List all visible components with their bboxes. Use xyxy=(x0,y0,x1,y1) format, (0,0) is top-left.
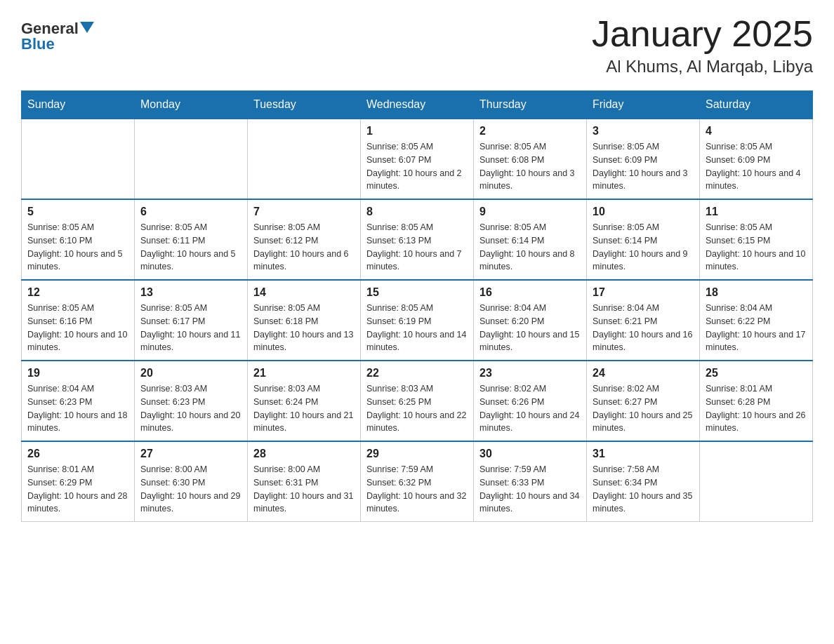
week-row-2: 5Sunrise: 8:05 AMSunset: 6:10 PMDaylight… xyxy=(22,199,813,280)
calendar-cell: 29Sunrise: 7:59 AMSunset: 6:32 PMDayligh… xyxy=(361,441,474,522)
sun-info: Sunrise: 8:05 AMSunset: 6:11 PMDaylight:… xyxy=(140,221,241,274)
day-number: 17 xyxy=(593,286,694,299)
week-row-1: 1Sunrise: 8:05 AMSunset: 6:07 PMDaylight… xyxy=(22,119,813,199)
sun-info: Sunrise: 8:05 AMSunset: 6:14 PMDaylight:… xyxy=(593,221,694,274)
calendar-cell xyxy=(22,119,135,199)
header-cell-sunday: Sunday xyxy=(22,91,135,119)
day-number: 27 xyxy=(140,448,241,460)
header-cell-monday: Monday xyxy=(135,91,248,119)
day-number: 4 xyxy=(706,125,807,137)
calendar-cell: 18Sunrise: 8:04 AMSunset: 6:22 PMDayligh… xyxy=(700,280,813,361)
logo-blue: Blue xyxy=(21,36,55,52)
location-title: Al Khums, Al Marqab, Libya xyxy=(592,57,813,76)
calendar-cell: 14Sunrise: 8:05 AMSunset: 6:18 PMDayligh… xyxy=(248,280,361,361)
day-number: 14 xyxy=(253,286,355,299)
sun-info: Sunrise: 8:05 AMSunset: 6:07 PMDaylight:… xyxy=(366,140,468,193)
calendar-cell: 8Sunrise: 8:05 AMSunset: 6:13 PMDaylight… xyxy=(361,199,474,280)
sun-info: Sunrise: 8:04 AMSunset: 6:21 PMDaylight:… xyxy=(593,302,694,354)
header-cell-friday: Friday xyxy=(587,91,700,119)
sun-info: Sunrise: 8:05 AMSunset: 6:09 PMDaylight:… xyxy=(706,140,807,193)
sun-info: Sunrise: 8:05 AMSunset: 6:12 PMDaylight:… xyxy=(253,221,355,274)
calendar-cell: 5Sunrise: 8:05 AMSunset: 6:10 PMDaylight… xyxy=(22,199,135,280)
calendar-cell xyxy=(700,441,813,522)
sun-info: Sunrise: 8:03 AMSunset: 6:23 PMDaylight:… xyxy=(140,382,241,435)
calendar-cell: 3Sunrise: 8:05 AMSunset: 6:09 PMDaylight… xyxy=(587,119,700,199)
day-number: 3 xyxy=(593,125,694,137)
calendar-cell: 24Sunrise: 8:02 AMSunset: 6:27 PMDayligh… xyxy=(587,361,700,441)
sun-info: Sunrise: 8:03 AMSunset: 6:25 PMDaylight:… xyxy=(366,382,468,435)
calendar-cell: 12Sunrise: 8:05 AMSunset: 6:16 PMDayligh… xyxy=(22,280,135,361)
calendar-cell: 7Sunrise: 8:05 AMSunset: 6:12 PMDaylight… xyxy=(248,199,361,280)
day-number: 2 xyxy=(479,125,581,137)
title-block: January 2025 Al Khums, Al Marqab, Libya xyxy=(592,14,813,76)
calendar-cell: 16Sunrise: 8:04 AMSunset: 6:20 PMDayligh… xyxy=(474,280,587,361)
sun-info: Sunrise: 8:00 AMSunset: 6:31 PMDaylight:… xyxy=(253,463,355,516)
sun-info: Sunrise: 8:02 AMSunset: 6:26 PMDaylight:… xyxy=(479,382,581,435)
header-cell-saturday: Saturday xyxy=(700,91,813,119)
calendar-cell: 6Sunrise: 8:05 AMSunset: 6:11 PMDaylight… xyxy=(135,199,248,280)
sun-info: Sunrise: 7:59 AMSunset: 6:33 PMDaylight:… xyxy=(479,463,581,516)
day-number: 23 xyxy=(479,367,581,380)
sun-info: Sunrise: 8:05 AMSunset: 6:14 PMDaylight:… xyxy=(479,221,581,274)
sun-info: Sunrise: 8:01 AMSunset: 6:29 PMDaylight:… xyxy=(27,463,128,516)
day-number: 29 xyxy=(366,448,468,460)
sun-info: Sunrise: 8:05 AMSunset: 6:15 PMDaylight:… xyxy=(706,221,807,274)
sun-info: Sunrise: 8:02 AMSunset: 6:27 PMDaylight:… xyxy=(593,382,694,435)
header-cell-wednesday: Wednesday xyxy=(361,91,474,119)
calendar-cell: 25Sunrise: 8:01 AMSunset: 6:28 PMDayligh… xyxy=(700,361,813,441)
day-number: 10 xyxy=(593,206,694,218)
day-number: 20 xyxy=(140,367,241,380)
sun-info: Sunrise: 8:05 AMSunset: 6:18 PMDaylight:… xyxy=(253,302,355,354)
calendar-cell: 4Sunrise: 8:05 AMSunset: 6:09 PMDaylight… xyxy=(700,119,813,199)
header-cell-thursday: Thursday xyxy=(474,91,587,119)
calendar-body: 1Sunrise: 8:05 AMSunset: 6:07 PMDaylight… xyxy=(22,119,813,522)
sun-info: Sunrise: 8:04 AMSunset: 6:22 PMDaylight:… xyxy=(706,302,807,354)
calendar-cell: 17Sunrise: 8:04 AMSunset: 6:21 PMDayligh… xyxy=(587,280,700,361)
calendar-cell: 26Sunrise: 8:01 AMSunset: 6:29 PMDayligh… xyxy=(22,441,135,522)
week-row-5: 26Sunrise: 8:01 AMSunset: 6:29 PMDayligh… xyxy=(22,441,813,522)
calendar-cell: 28Sunrise: 8:00 AMSunset: 6:31 PMDayligh… xyxy=(248,441,361,522)
calendar-cell: 20Sunrise: 8:03 AMSunset: 6:23 PMDayligh… xyxy=(135,361,248,441)
calendar-cell: 13Sunrise: 8:05 AMSunset: 6:17 PMDayligh… xyxy=(135,280,248,361)
day-number: 30 xyxy=(479,448,581,460)
sun-info: Sunrise: 8:00 AMSunset: 6:30 PMDaylight:… xyxy=(140,463,241,516)
calendar-table: SundayMondayTuesdayWednesdayThursdayFrid… xyxy=(21,90,813,522)
day-number: 12 xyxy=(27,286,128,299)
day-number: 25 xyxy=(706,367,807,380)
month-title: January 2025 xyxy=(592,14,813,54)
calendar-cell: 9Sunrise: 8:05 AMSunset: 6:14 PMDaylight… xyxy=(474,199,587,280)
calendar-cell: 11Sunrise: 8:05 AMSunset: 6:15 PMDayligh… xyxy=(700,199,813,280)
day-number: 24 xyxy=(593,367,694,380)
day-number: 28 xyxy=(253,448,355,460)
calendar-cell: 10Sunrise: 8:05 AMSunset: 6:14 PMDayligh… xyxy=(587,199,700,280)
day-number: 31 xyxy=(593,448,694,460)
sun-info: Sunrise: 8:05 AMSunset: 6:09 PMDaylight:… xyxy=(593,140,694,193)
calendar-cell: 1Sunrise: 8:05 AMSunset: 6:07 PMDaylight… xyxy=(361,119,474,199)
day-number: 22 xyxy=(366,367,468,380)
day-number: 1 xyxy=(366,125,468,137)
calendar-cell xyxy=(135,119,248,199)
day-number: 19 xyxy=(27,367,128,380)
sun-info: Sunrise: 8:05 AMSunset: 6:13 PMDaylight:… xyxy=(366,221,468,274)
sun-info: Sunrise: 8:05 AMSunset: 6:19 PMDaylight:… xyxy=(366,302,468,354)
calendar-cell: 23Sunrise: 8:02 AMSunset: 6:26 PMDayligh… xyxy=(474,361,587,441)
calendar-cell xyxy=(248,119,361,199)
day-number: 5 xyxy=(27,206,128,218)
day-number: 21 xyxy=(253,367,355,380)
header-row: SundayMondayTuesdayWednesdayThursdayFrid… xyxy=(22,91,813,119)
week-row-4: 19Sunrise: 8:04 AMSunset: 6:23 PMDayligh… xyxy=(22,361,813,441)
day-number: 8 xyxy=(366,206,468,218)
sun-info: Sunrise: 8:05 AMSunset: 6:17 PMDaylight:… xyxy=(140,302,241,354)
logo-triangle-icon xyxy=(80,22,94,33)
day-number: 9 xyxy=(479,206,581,218)
logo: General Blue xyxy=(21,21,94,52)
calendar-cell: 31Sunrise: 7:58 AMSunset: 6:34 PMDayligh… xyxy=(587,441,700,522)
sun-info: Sunrise: 8:04 AMSunset: 6:20 PMDaylight:… xyxy=(479,302,581,354)
sun-info: Sunrise: 8:04 AMSunset: 6:23 PMDaylight:… xyxy=(27,382,128,435)
header-cell-tuesday: Tuesday xyxy=(248,91,361,119)
day-number: 13 xyxy=(140,286,241,299)
calendar-cell: 22Sunrise: 8:03 AMSunset: 6:25 PMDayligh… xyxy=(361,361,474,441)
calendar-cell: 15Sunrise: 8:05 AMSunset: 6:19 PMDayligh… xyxy=(361,280,474,361)
sun-info: Sunrise: 8:03 AMSunset: 6:24 PMDaylight:… xyxy=(253,382,355,435)
page-header: General Blue January 2025 Al Khums, Al M… xyxy=(21,14,813,76)
